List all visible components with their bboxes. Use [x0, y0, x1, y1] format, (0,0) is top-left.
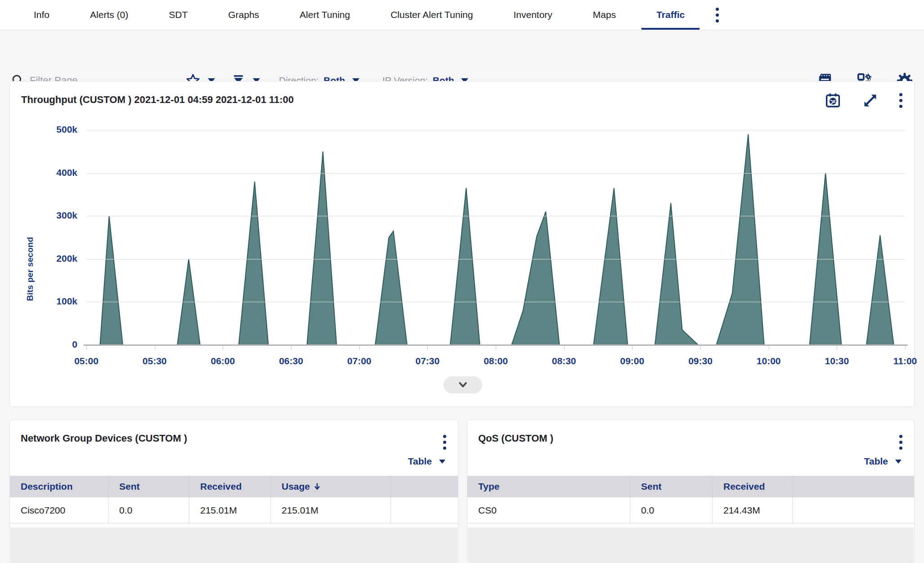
tab-info[interactable]: Info — [13, 0, 70, 30]
view-selector-label: Table — [864, 456, 888, 467]
device-panel-title: Network Group Devices (CUSTOM ) — [21, 433, 187, 444]
table-cell: Cisco7200 — [10, 497, 108, 523]
x-tick-label: 10:00 — [757, 356, 781, 366]
x-tick-label: 09:30 — [688, 356, 713, 366]
device-table: DescriptionSentReceivedUsageCisco72000.0… — [10, 476, 458, 523]
device-view-selector[interactable]: Table — [408, 456, 445, 467]
qos-view-selector[interactable]: Table — [864, 456, 902, 467]
table-row[interactable]: CS00.0214.43M — [467, 497, 914, 523]
tab-cluster-alert-tuning[interactable]: Cluster Alert Tuning — [370, 0, 493, 30]
chart-plot-area[interactable] — [86, 130, 905, 345]
x-tick-mark — [86, 346, 87, 350]
qos-table-footer-area — [468, 527, 914, 563]
tab-sdt[interactable]: SDT — [148, 0, 208, 30]
x-tick-mark — [564, 346, 565, 350]
x-tick-mark — [700, 346, 701, 350]
nav-tabs: InfoAlerts (0)SDTGraphsAlert TuningClust… — [13, 0, 705, 30]
x-tick-mark — [427, 346, 428, 350]
qos-panel-kebab-icon[interactable] — [899, 432, 902, 450]
y-tick-label: 300k — [28, 210, 77, 221]
throughput-area-series — [86, 130, 905, 345]
chevron-down-icon — [456, 380, 470, 390]
time-range-calendar-icon[interactable] — [825, 92, 841, 109]
table-row[interactable]: Cisco72000.0215.01M215.01M — [10, 497, 458, 523]
nav-overflow-kebab-icon[interactable] — [705, 0, 730, 30]
kebab-menu-icon — [443, 435, 446, 450]
expand-icon[interactable] — [862, 92, 879, 109]
x-tick-mark — [155, 346, 155, 350]
column-header-sent[interactable]: Sent — [630, 476, 712, 497]
table-header-row: DescriptionSentReceivedUsage — [10, 476, 458, 497]
x-tick-mark — [769, 346, 769, 350]
table-cell: CS0 — [467, 497, 630, 523]
collapse-chart-button[interactable] — [444, 376, 482, 393]
table-cell: 214.43M — [712, 497, 792, 523]
table-cell — [390, 497, 458, 523]
x-tick-label: 10:30 — [825, 356, 849, 366]
throughput-panel-title: Throughput (CUSTOM ) 2021-12-01 04:59 20… — [21, 94, 294, 106]
tab-traffic[interactable]: Traffic — [636, 0, 705, 30]
throughput-panel: Throughput (CUSTOM ) 2021-12-01 04:59 20… — [9, 81, 915, 407]
table-cell: 0.0 — [630, 497, 712, 523]
x-tick-mark — [359, 346, 360, 350]
network-group-devices-panel: Network Group Devices (CUSTOM ) Table De… — [9, 420, 458, 563]
table-cell: 215.01M — [189, 497, 270, 523]
device-panel-kebab-icon[interactable] — [443, 432, 446, 450]
column-header-received[interactable]: Received — [189, 476, 270, 497]
x-tick-mark — [632, 346, 632, 350]
x-tick-mark — [496, 346, 496, 350]
tab-alert-tuning[interactable]: Alert Tuning — [279, 0, 370, 30]
column-header-sent[interactable]: Sent — [108, 476, 189, 497]
gridline — [86, 130, 905, 130]
gridline — [86, 302, 905, 302]
chevron-down-icon — [895, 460, 902, 464]
top-nav: InfoAlerts (0)SDTGraphsAlert TuningClust… — [0, 0, 924, 30]
kebab-menu-icon — [716, 8, 719, 22]
tab-alerts-0[interactable]: Alerts (0) — [70, 0, 148, 30]
table-cell — [792, 497, 914, 523]
column-header-empty — [792, 476, 914, 497]
gridline — [86, 173, 905, 174]
x-tick-label: 06:00 — [211, 356, 235, 366]
column-header-received[interactable]: Received — [712, 476, 792, 497]
table-header-row: TypeSentReceived — [467, 476, 914, 497]
x-tick-mark — [837, 346, 837, 350]
tab-graphs[interactable]: Graphs — [208, 0, 279, 30]
device-table-footer-area — [10, 527, 458, 563]
chevron-down-icon — [439, 460, 445, 464]
x-tick-label: 07:00 — [347, 356, 372, 366]
y-tick-label: 0 — [28, 339, 77, 350]
gridline — [86, 216, 905, 216]
qos-panel-title: QoS (CUSTOM ) — [478, 433, 553, 444]
y-tick-label: 100k — [28, 296, 77, 307]
x-tick-label: 11:00 — [893, 356, 917, 366]
column-header-usage[interactable]: Usage — [270, 476, 390, 497]
table-cell: 215.01M — [270, 497, 390, 523]
x-tick-label: 05:30 — [143, 356, 167, 366]
x-tick-label: 06:30 — [279, 356, 303, 366]
y-tick-label: 400k — [28, 167, 77, 178]
qos-panel: QoS (CUSTOM ) Table TypeSentReceivedCS00… — [467, 420, 915, 563]
column-header-type[interactable]: Type — [467, 476, 630, 497]
y-tick-label: 500k — [28, 124, 77, 135]
tab-maps[interactable]: Maps — [573, 0, 636, 30]
column-header-empty — [390, 476, 458, 497]
x-tick-label: 07:30 — [415, 356, 440, 366]
column-header-description[interactable]: Description — [10, 476, 108, 497]
x-tick-label: 08:00 — [484, 356, 508, 366]
filter-bar: Direction: Both IP Version: Both — [0, 30, 924, 81]
sort-desc-arrow-icon — [314, 482, 321, 491]
y-tick-label: 200k — [28, 253, 77, 264]
qos-table: TypeSentReceivedCS00.0214.43M — [467, 476, 914, 523]
tab-inventory[interactable]: Inventory — [493, 0, 572, 30]
table-cell: 0.0 — [108, 497, 189, 523]
chart-kebab-menu-icon[interactable] — [899, 93, 902, 108]
y-axis-title: Bits per second — [25, 237, 35, 301]
kebab-menu-icon — [899, 93, 902, 108]
view-selector-label: Table — [408, 456, 432, 467]
x-tick-label: 09:00 — [620, 356, 644, 366]
kebab-menu-icon — [899, 435, 902, 450]
x-tick-label: 08:30 — [552, 356, 576, 366]
gridline — [86, 259, 905, 259]
x-tick-mark — [905, 346, 906, 350]
